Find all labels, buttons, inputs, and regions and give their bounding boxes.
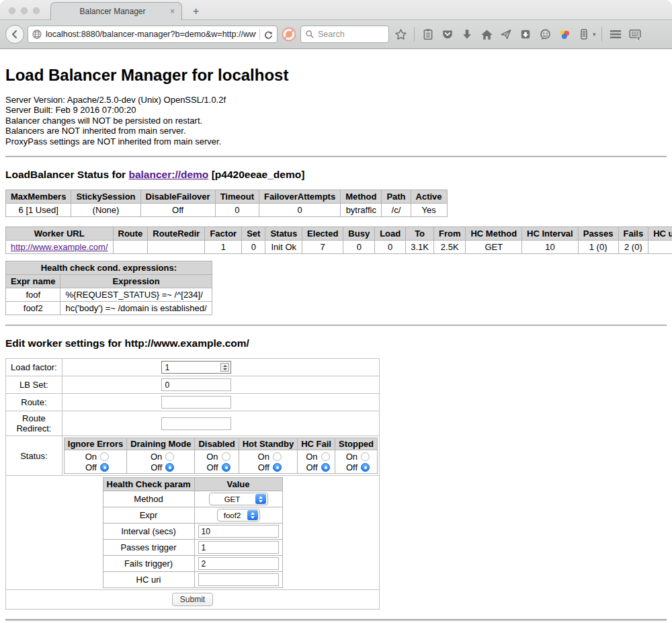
toolbar-separator [414,27,415,42]
expression-cell: hc('body') =~ /domain is established/ [60,302,212,315]
navigation-toolbar: localhost:8880/balancer-manager?b=demo&w… [0,20,672,49]
chevron-down-icon[interactable]: ▾ [593,31,596,38]
colors-button[interactable] [556,26,573,43]
column-header: Timeout [215,190,259,204]
ignore-errors-off-radio[interactable] [100,463,109,472]
edit-worker-heading: Edit worker settings for http://www.exam… [5,337,667,349]
column-header: HC Fail [298,438,335,450]
downloads-button[interactable] [459,26,475,43]
expr-select[interactable]: foof2 [217,509,260,522]
new-tab-button[interactable]: + [189,5,203,17]
draining-mode-on-radio[interactable] [165,452,174,461]
notice-inherit-balancers: Balancers are NOT inherited from main se… [5,126,667,136]
stopped-off-radio[interactable] [361,463,370,472]
url-bar[interactable]: localhost:8880/balancer-manager?b=demo&w… [28,26,278,43]
pocket-icon [442,28,454,40]
column-header: Stopped [335,438,378,450]
urlbar-divider [259,29,260,40]
send-button[interactable] [498,26,514,43]
expr-name-cell: foof2 [6,302,60,315]
bookmark-button[interactable] [392,26,409,43]
status-radio-row: On Off On Off On Off [64,450,377,474]
table-cell: (None) [71,204,140,217]
hc-fail-on-radio[interactable] [321,452,330,461]
table-cell: Yes [411,204,447,217]
globe-icon [32,29,42,40]
tab-balancer-manager[interactable]: Balancer Manager × [50,2,182,20]
health-check-expressions-table: Health check cond. expressions: Expr nam… [5,261,212,315]
back-button[interactable] [5,25,24,44]
lb-set-input[interactable] [161,378,231,391]
search-bar[interactable]: Search [300,26,389,43]
menu-button[interactable] [607,26,624,43]
column-header: StickySession [71,190,140,204]
column-header: MaxMembers [6,190,71,204]
interval-label: Interval (secs) [103,524,194,540]
menu-icon [609,28,622,41]
interval-input[interactable] [198,525,279,538]
home-button[interactable] [478,26,495,43]
zoom-window-button[interactable] [33,7,40,14]
pocket-button[interactable] [439,26,456,43]
column-header: RouteRedir [148,227,205,241]
close-tab-icon[interactable]: × [169,7,176,16]
balancer-status-table: MaxMembers StickySession DisableFailover… [5,190,448,217]
minimize-window-button[interactable] [21,7,28,14]
draining-mode-off-radio[interactable] [165,463,174,472]
heading-suffix: [p4420eeae_demo] [208,169,304,180]
balancer-demo-link[interactable]: balancer://demo [128,169,208,180]
column-header: Expr name [6,275,60,288]
reload-icon[interactable] [263,30,274,40]
submit-button[interactable]: Submit [172,593,213,606]
save-to-device-button[interactable] [517,26,534,43]
search-placeholder[interactable]: Search [318,30,345,39]
route-input[interactable] [161,396,231,409]
worker-url-link[interactable]: http://www.example.com/ [11,242,108,252]
off-label: Off [343,462,358,472]
column-header: Value [194,478,282,491]
passes-trigger-input[interactable] [198,541,279,554]
hot-standby-off-radio[interactable] [273,463,282,472]
fails-trigger-input[interactable] [198,557,279,570]
adblock-button[interactable] [281,26,297,43]
column-header: Expression [60,275,212,288]
container-button[interactable] [576,26,592,43]
ignore-errors-on-radio[interactable] [100,452,109,461]
on-label: On [147,452,162,462]
close-window-button[interactable] [9,7,15,14]
worker-settings-form: Load factor: LB Set: Route: Route Redire… [5,358,380,610]
method-selected-value: GET [210,495,255,503]
off-label: Off [303,462,318,472]
url-text[interactable]: localhost:8880/balancer-manager?b=demo&w… [46,30,256,39]
hot-standby-on-radio[interactable] [273,452,282,461]
disabled-on-radio[interactable] [222,452,230,461]
column-header: FailoverAttempts [259,190,340,204]
hc-fail-off-radio[interactable] [321,463,330,472]
method-select[interactable]: GET [209,493,268,505]
tab-title: Balancer Manager [56,7,169,16]
chat-button[interactable] [537,26,553,43]
apps-button[interactable] [627,26,643,43]
notice-inherit-proxypass: ProxyPass settings are NOT inherited fro… [5,136,667,147]
hc-uri-input[interactable] [198,573,279,586]
reading-list-button[interactable] [420,26,436,43]
column-header: Set [242,227,265,241]
table-cell [113,241,148,254]
table-cell [648,241,672,254]
route-redirect-input[interactable] [161,417,231,430]
stopped-on-radio[interactable] [361,452,370,461]
send-icon [500,28,512,40]
download-icon [461,28,473,40]
health-check-param-table: Health Check param Value Method GET [103,477,283,588]
number-spinner-icon[interactable] [220,363,229,372]
status-options-table: Ignore Errors Draining Mode Disabled Hot… [64,438,378,474]
divider [5,156,667,157]
fails-trigger-label: Fails trigger) [103,556,194,572]
off-label: Off [204,462,218,472]
page-content: Load Balancer Manager for localhost Serv… [0,49,672,621]
select-stepper-icon [247,510,258,520]
column-header: Ignore Errors [64,438,126,450]
table-row: foof2 hc('body') =~ /domain is establish… [6,302,212,315]
disabled-off-radio[interactable] [222,463,230,472]
lb-set-label: LB Set: [6,376,62,394]
